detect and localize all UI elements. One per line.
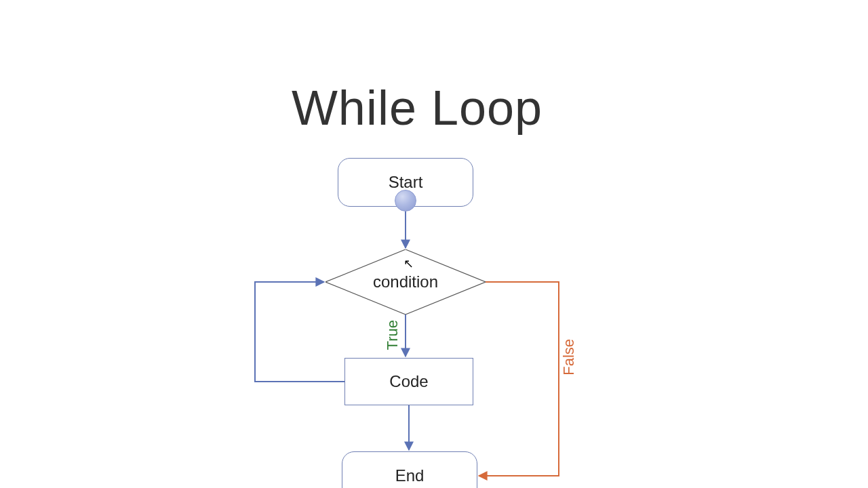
edge-label-true: True <box>384 320 401 350</box>
node-end-label: End <box>395 466 425 485</box>
connectors <box>0 0 868 488</box>
connector-dot <box>395 190 416 211</box>
node-condition: condition <box>326 249 486 314</box>
node-end: End <box>342 451 477 488</box>
diagram-canvas: While Loop Start condition Code End True… <box>0 0 868 488</box>
node-code: Code <box>344 358 473 405</box>
node-code-label: Code <box>389 372 428 391</box>
diagram-title: While Loop <box>0 80 834 136</box>
node-condition-label: condition <box>373 272 438 291</box>
edge-false-to-end <box>479 282 559 476</box>
node-start-label: Start <box>389 173 423 192</box>
edge-label-false: False <box>560 339 578 375</box>
